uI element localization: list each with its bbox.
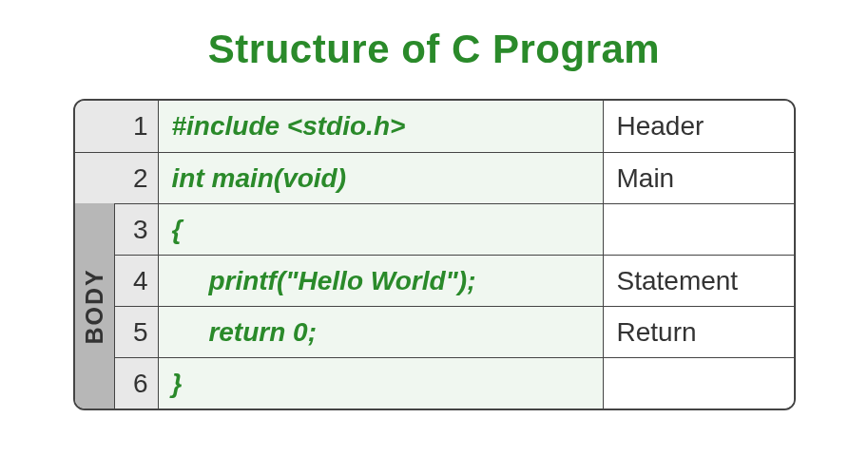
section-label [604,358,794,408]
table-row: 3 { [75,203,794,255]
line-number: 3 [115,204,159,255]
code-cell: printf("Hello World"); [159,256,604,306]
section-label: Main [604,153,794,203]
body-section: BODY 3 { 4 printf("Hello World"); Statem… [75,203,794,408]
section-label: Return [604,307,794,357]
table-row: 5 return 0; Return [75,306,794,357]
code-cell: #include <stdio.h> [159,101,604,152]
section-label: Header [604,101,794,152]
line-number: 1 [75,101,159,152]
body-label: BODY [75,203,115,408]
table-row: 4 printf("Hello World"); Statement [75,255,794,306]
table-row: 6 } [75,357,794,408]
table-row: 2 int main(void) Main [75,152,794,203]
line-number: 2 [75,153,159,203]
body-label-text: BODY [81,268,108,344]
section-label [604,204,794,255]
code-cell: { [159,204,604,255]
line-number: 5 [115,307,159,357]
code-cell: } [159,358,604,408]
code-cell: return 0; [159,307,604,357]
line-number: 4 [115,256,159,306]
program-table: 1 #include <stdio.h> Header 2 int main(v… [73,99,796,410]
table-row: 1 #include <stdio.h> Header [75,101,794,152]
code-cell: int main(void) [159,153,604,203]
line-number: 6 [115,358,159,408]
page-title: Structure of C Program [208,27,660,72]
section-label: Statement [604,256,794,306]
